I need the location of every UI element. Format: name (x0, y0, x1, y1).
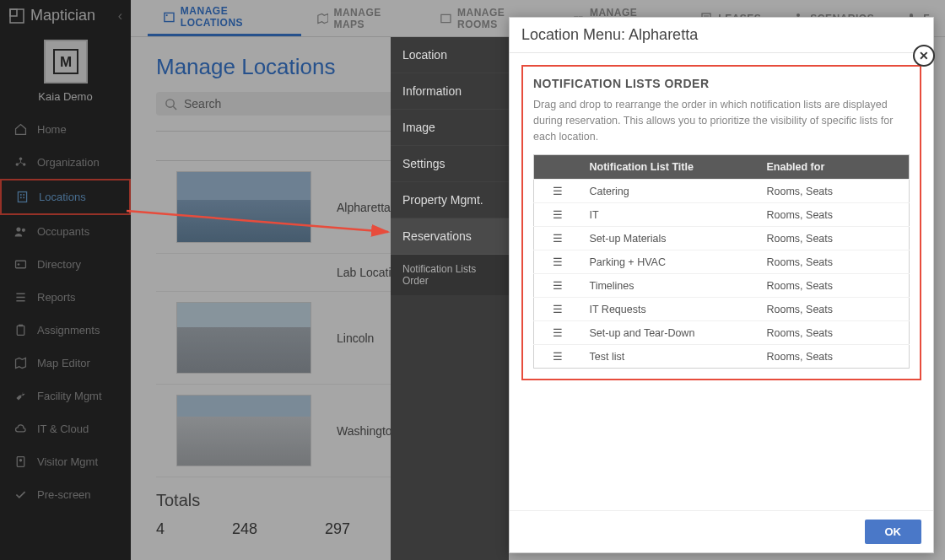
notification-enabled: Rooms, Seats (759, 321, 910, 345)
notification-table: Notification List Title Enabled for ☰Cat… (533, 154, 910, 369)
notification-row[interactable]: ☰Set-up and Tear-DownRooms, Seats (534, 321, 910, 345)
section-description: Drag and drop to rearrange the order in … (533, 97, 910, 144)
ok-button[interactable]: OK (865, 520, 922, 544)
notification-row[interactable]: ☰CateringRooms, Seats (534, 180, 910, 203)
notification-row[interactable]: ☰IT RequestsRooms, Seats (534, 298, 910, 321)
section-title: NOTIFICATION LISTS ORDER (533, 77, 910, 90)
notification-order-section: NOTIFICATION LISTS ORDER Drag and drop t… (521, 65, 921, 380)
notification-title: Timelines (581, 274, 759, 298)
notification-title: Test list (581, 345, 759, 369)
submenu-item-settings[interactable]: Settings (391, 146, 509, 182)
notification-row[interactable]: ☰ITRooms, Seats (534, 203, 910, 227)
drag-handle-icon[interactable]: ☰ (534, 250, 581, 274)
drag-handle-icon[interactable]: ☰ (534, 345, 581, 369)
drag-handle-icon[interactable]: ☰ (534, 274, 581, 298)
dialog-footer: OK (510, 510, 933, 552)
col-title: Notification List Title (581, 155, 759, 180)
submenu-item-location[interactable]: Location (391, 37, 509, 73)
dialog-body: NOTIFICATION LISTS ORDER Drag and drop t… (510, 53, 933, 510)
notification-enabled: Rooms, Seats (759, 274, 910, 298)
location-menu-dialog: Location Menu: Alpharetta ✕ NOTIFICATION… (509, 17, 934, 553)
col-drag (534, 155, 581, 180)
notification-title: Catering (581, 180, 759, 203)
notification-enabled: Rooms, Seats (759, 180, 910, 203)
notification-title: Parking + HVAC (581, 250, 759, 274)
notification-enabled: Rooms, Seats (759, 203, 910, 227)
drag-handle-icon[interactable]: ☰ (534, 203, 581, 227)
submenu-sub-item[interactable]: Notification Lists Order (391, 255, 509, 295)
submenu-item-image[interactable]: Image (391, 110, 509, 146)
notification-enabled: Rooms, Seats (759, 345, 910, 369)
notification-title: Set-up Materials (581, 227, 759, 250)
notification-enabled: Rooms, Seats (759, 227, 910, 250)
notification-row[interactable]: ☰Set-up MaterialsRooms, Seats (534, 227, 910, 250)
drag-handle-icon[interactable]: ☰ (534, 298, 581, 321)
submenu-item-reservations[interactable]: Reservations (391, 218, 509, 255)
location-submenu: LocationInformationImageSettingsProperty… (391, 37, 509, 560)
submenu-item-property-mgmt-[interactable]: Property Mgmt. (391, 182, 509, 218)
notification-title: IT (581, 203, 759, 227)
drag-handle-icon[interactable]: ☰ (534, 227, 581, 250)
notification-title: Set-up and Tear-Down (581, 321, 759, 345)
notification-enabled: Rooms, Seats (759, 250, 910, 274)
drag-handle-icon[interactable]: ☰ (534, 180, 581, 203)
notification-row[interactable]: ☰Parking + HVACRooms, Seats (534, 250, 910, 274)
notification-row[interactable]: ☰Test listRooms, Seats (534, 345, 910, 369)
dialog-title: Location Menu: Alpharetta (510, 18, 933, 53)
drag-handle-icon[interactable]: ☰ (534, 321, 581, 345)
notification-title: IT Requests (581, 298, 759, 321)
col-enabled: Enabled for (759, 155, 910, 180)
close-icon: ✕ (919, 49, 929, 62)
close-button[interactable]: ✕ (913, 45, 935, 67)
notification-enabled: Rooms, Seats (759, 298, 910, 321)
submenu-item-information[interactable]: Information (391, 73, 509, 110)
notification-row[interactable]: ☰TimelinesRooms, Seats (534, 274, 910, 298)
